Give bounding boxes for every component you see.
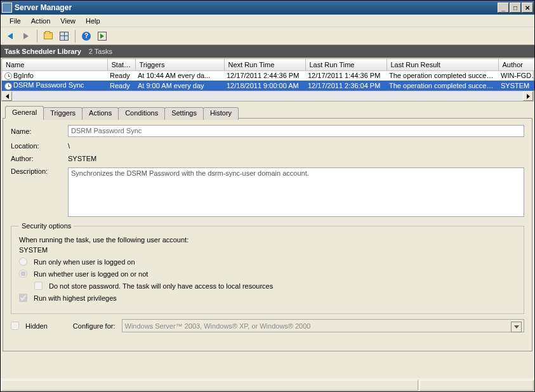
cell-last-run: 12/17/2011 1:44:36 PM [305,70,386,81]
title-bar: Server Manager _ □ ✕ [1,1,534,15]
scroll-track[interactable] [12,91,523,101]
no-store-password-checkbox[interactable] [34,282,43,290]
cell-name: BgInfo [13,72,34,79]
col-status[interactable]: Status [107,59,135,70]
run-button[interactable] [95,29,109,43]
maximize-button[interactable]: □ [510,3,521,13]
run-whether-label: Run whether user is logged on or not [34,270,148,278]
highest-privileges-checkbox[interactable] [19,294,27,302]
menu-file[interactable]: File [4,16,26,26]
cell-author: WIN-FGDK6AA [498,70,535,81]
horizontal-scrollbar[interactable] [2,91,533,101]
toolbar-separator [75,30,76,42]
toolbar-separator [37,30,37,42]
tab-strip: General Triggers Actions Conditions Sett… [3,106,532,119]
col-last-run[interactable]: Last Run Time [305,59,386,70]
author-value: SYSTEM [68,155,96,162]
back-button[interactable] [3,29,17,43]
cell-last-run: 12/17/2011 2:36:04 PM [305,81,386,91]
menu-help[interactable]: Help [81,16,105,26]
scroll-left-button[interactable] [2,91,12,101]
table-header-row: Name Status Triggers Next Run Time Last … [2,59,535,70]
cell-author: SYSTEM [498,81,535,91]
folder-up-icon [44,32,53,39]
toolbar: ? [1,27,534,45]
task-list-area: Name Status Triggers Next Run Time Last … [1,58,534,101]
chevron-down-icon [514,325,519,329]
security-legend: Security options [19,222,74,230]
name-label: Name: [11,127,68,135]
help-button[interactable]: ? [79,29,93,43]
col-next-run[interactable]: Next Run Time [224,59,305,70]
hidden-checkbox[interactable] [11,322,19,330]
tab-actions[interactable]: Actions [82,107,119,120]
hidden-label: Hidden [25,322,48,330]
section-header: Task Scheduler Library 2 Tasks [1,45,534,58]
cell-last-result: The operation completed success... [386,70,498,81]
cell-last-result: The operation completed success... [386,81,498,91]
cell-triggers: At 10:44 AM every da... [135,70,224,81]
tab-conditions[interactable]: Conditions [118,107,165,120]
cell-next-run: 12/18/2011 9:00:00 AM [224,81,305,91]
app-icon [2,3,12,13]
arrow-left-icon [8,33,13,39]
cell-status: Ready [107,70,135,81]
status-bar [1,379,534,391]
location-label: Location: [11,142,68,150]
cell-name: DSRM Password Sync [13,81,84,89]
run-whether-radio[interactable] [19,270,27,278]
menu-bar: File Action View Help [1,15,534,27]
cell-next-run: 12/17/2011 2:44:36 PM [224,70,305,81]
minimize-button[interactable]: _ [498,3,509,13]
detail-area: General Triggers Actions Conditions Sett… [3,105,532,351]
play-icon [98,32,107,41]
author-label: Author: [11,155,68,162]
highest-privileges-label: Run with highest privileges [34,294,117,302]
col-author[interactable]: Author [498,59,535,70]
window-title: Server Manager [15,3,498,12]
task-row[interactable]: BgInfo Ready At 10:44 AM every da... 12/… [2,70,535,81]
run-logged-on-radio[interactable] [19,258,27,266]
tab-history[interactable]: History [203,107,239,120]
task-icon [4,82,12,90]
cell-status: Ready [107,81,135,91]
properties-icon [60,32,69,41]
arrow-right-icon [23,33,29,39]
name-field[interactable]: DSRM Password Sync [68,125,524,137]
when-running-label: When running the task, use the following… [19,236,516,244]
menu-action[interactable]: Action [26,16,56,26]
scroll-right-icon [527,94,530,99]
task-row[interactable]: DSRM Password Sync Ready At 9:00 AM ever… [2,81,535,91]
scroll-right-button[interactable] [523,91,533,101]
location-value: \ [68,142,70,150]
col-name[interactable]: Name [2,59,107,70]
description-field[interactable] [68,167,524,217]
section-title: Task Scheduler Library [4,48,81,55]
no-store-password-label: Do not store password. The task will onl… [49,282,273,290]
configure-for-combo[interactable]: Windows Server™ 2003, Windows® XP, or Wi… [122,319,524,332]
col-last-result[interactable]: Last Run Result [386,59,498,70]
task-count: 2 Tasks [89,48,112,55]
configure-for-label: Configure for: [73,322,116,330]
help-icon: ? [82,32,91,41]
status-cell [1,380,418,391]
properties-button[interactable] [57,29,71,43]
run-logged-on-label: Run only when user is logged on [34,258,135,266]
account-value: SYSTEM [19,246,516,254]
status-cell [419,380,534,391]
cell-triggers: At 9:00 AM every day [135,81,224,91]
close-button[interactable]: ✕ [522,3,533,13]
tab-panel-general: Name: DSRM Password Sync Location: \ Aut… [3,118,532,351]
tab-settings[interactable]: Settings [164,107,204,120]
task-table: Name Status Triggers Next Run Time Last … [2,59,535,91]
task-icon [4,72,12,80]
tab-triggers[interactable]: Triggers [43,107,83,120]
col-triggers[interactable]: Triggers [135,59,224,70]
scroll-left-icon [6,94,9,99]
tab-general[interactable]: General [5,106,44,119]
configure-for-value: Windows Server™ 2003, Windows® XP, or Wi… [125,322,311,330]
description-label: Description: [11,167,68,175]
menu-view[interactable]: View [55,16,81,26]
forward-button[interactable] [19,29,33,43]
up-folder-button[interactable] [41,29,55,43]
